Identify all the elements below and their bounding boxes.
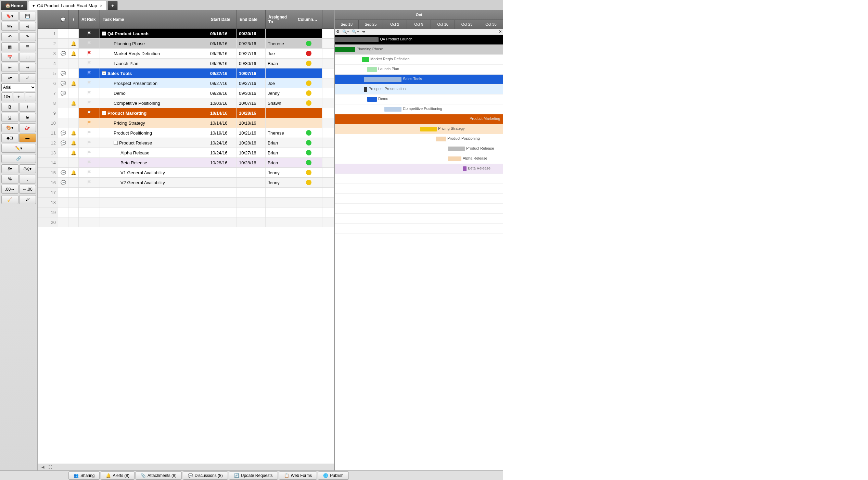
btab-discussions[interactable]: 💬Discussions (8) bbox=[183, 471, 228, 480]
goto-start-icon[interactable]: |◀ bbox=[40, 465, 44, 469]
comment-cell[interactable] bbox=[58, 188, 68, 197]
clear-format-button[interactable]: 🧹 bbox=[1, 195, 18, 204]
comment-cell[interactable]: 💬 bbox=[58, 178, 68, 187]
strike-button[interactable]: S bbox=[19, 113, 36, 122]
close-icon[interactable]: × bbox=[100, 3, 103, 8]
col-at-risk[interactable]: At Risk bbox=[79, 10, 100, 28]
task-name-cell[interactable]: Pricing Strategy bbox=[100, 118, 208, 128]
comment-cell[interactable] bbox=[58, 158, 68, 167]
format-painter-button[interactable]: 🖌 bbox=[19, 195, 36, 204]
gantt-week-header[interactable]: Oct 9 bbox=[407, 20, 431, 29]
task-name-cell[interactable] bbox=[100, 198, 208, 207]
table-row[interactable]: 9-Product Marketing10/14/1610/28/16 bbox=[38, 108, 334, 118]
start-date-cell[interactable] bbox=[208, 207, 237, 217]
comment-cell[interactable]: 💬 bbox=[58, 138, 68, 148]
decimal-dec-button[interactable]: ←.00 bbox=[19, 185, 36, 194]
risk-cell[interactable] bbox=[79, 68, 100, 78]
gantt-row[interactable]: Sales Tools bbox=[335, 75, 503, 85]
risk-cell[interactable] bbox=[79, 98, 100, 108]
btab-webforms[interactable]: 📋Web Forms bbox=[279, 471, 317, 480]
gantt-row[interactable] bbox=[335, 224, 503, 233]
gantt-bar[interactable] bbox=[367, 67, 377, 72]
gantt-bar[interactable] bbox=[448, 147, 465, 151]
table-row[interactable]: 2🔔Planning Phase09/16/1609/23/16Therese bbox=[38, 39, 334, 49]
alert-cell[interactable]: 🔔 bbox=[68, 138, 79, 148]
comment-cell[interactable] bbox=[58, 108, 68, 118]
table-row[interactable]: 14Beta Release10/28/1610/28/16Brian bbox=[38, 158, 334, 168]
expand-toggle[interactable]: - bbox=[102, 71, 106, 75]
start-date-cell[interactable]: 09/27/16 bbox=[208, 78, 237, 88]
btab-sharing[interactable]: 👥Sharing bbox=[68, 471, 100, 480]
gantt-row[interactable] bbox=[335, 194, 503, 204]
start-date-cell[interactable] bbox=[208, 178, 237, 187]
status-cell[interactable] bbox=[295, 118, 322, 128]
align-button[interactable]: ≡▾ bbox=[1, 73, 18, 82]
gantt-row[interactable]: Market Reqts Definition bbox=[335, 55, 503, 65]
tab-sheet[interactable]: ▾Q4 Product Launch Road Map× bbox=[28, 1, 107, 10]
end-date-cell[interactable] bbox=[237, 178, 266, 187]
gantt-row[interactable]: Demo bbox=[335, 94, 503, 104]
task-name-cell[interactable]: V2 General Availability bbox=[100, 178, 208, 187]
start-date-cell[interactable]: 10/19/16 bbox=[208, 128, 237, 138]
risk-cell[interactable] bbox=[79, 138, 100, 148]
end-date-cell[interactable]: 10/18/16 bbox=[237, 118, 266, 128]
start-date-cell[interactable]: 10/03/16 bbox=[208, 98, 237, 108]
comment-cell[interactable]: 💬 bbox=[58, 168, 68, 177]
end-date-cell[interactable] bbox=[237, 207, 266, 217]
table-row[interactable]: 13🔔Alpha Release10/24/1610/27/16Brian bbox=[38, 148, 334, 158]
col-rownum[interactable] bbox=[38, 10, 58, 28]
btab-publish[interactable]: 🌐Publish bbox=[318, 471, 348, 480]
start-date-cell[interactable] bbox=[208, 188, 237, 197]
gantt-row[interactable]: Pricing Strategy bbox=[335, 124, 503, 134]
gantt-close-icon[interactable]: ✕ bbox=[499, 29, 502, 34]
task-name-cell[interactable]: Beta Release bbox=[100, 158, 208, 167]
assigned-cell[interactable]: Brian bbox=[266, 138, 295, 148]
gantt-row[interactable] bbox=[335, 174, 503, 184]
thousands-button[interactable]: , bbox=[19, 175, 36, 184]
col-start-date[interactable]: Start Date bbox=[208, 10, 237, 28]
status-cell[interactable] bbox=[295, 49, 322, 58]
table-row[interactable]: 4Launch Plan09/28/1609/30/16Brian bbox=[38, 59, 334, 68]
fontsize-display[interactable]: 10▾ bbox=[1, 92, 12, 101]
fontsize-down[interactable]: − bbox=[25, 92, 36, 101]
table-row[interactable]: 20 bbox=[38, 217, 334, 227]
end-date-cell[interactable]: 09/27/16 bbox=[237, 78, 266, 88]
today-icon[interactable]: ⇥ bbox=[362, 29, 365, 34]
risk-cell[interactable] bbox=[79, 168, 100, 177]
task-name-cell[interactable]: Alpha Release bbox=[100, 148, 208, 157]
outdent-button[interactable]: ⇤ bbox=[1, 63, 18, 72]
start-date-cell[interactable] bbox=[208, 198, 237, 207]
start-date-cell[interactable]: 09/28/16 bbox=[208, 88, 237, 98]
gantt-row[interactable] bbox=[335, 204, 503, 214]
textcolor-button[interactable]: A▾ bbox=[19, 123, 36, 132]
gantt-row[interactable]: Product Positioning bbox=[335, 134, 503, 144]
alert-cell[interactable]: 🔔 bbox=[68, 168, 79, 177]
start-date-cell[interactable]: 10/28/16 bbox=[208, 158, 237, 167]
italic-button[interactable]: I bbox=[19, 103, 36, 112]
indent-button[interactable]: ⇥ bbox=[19, 63, 36, 72]
risk-cell[interactable] bbox=[79, 148, 100, 157]
assigned-cell[interactable] bbox=[266, 198, 295, 207]
gantt-bar[interactable] bbox=[364, 77, 401, 82]
comment-cell[interactable]: 💬 bbox=[58, 68, 68, 78]
alert-cell[interactable]: 🔔 bbox=[68, 49, 79, 58]
assigned-cell[interactable] bbox=[266, 217, 295, 227]
percent-button[interactable]: % bbox=[1, 175, 18, 184]
end-date-cell[interactable]: 10/27/16 bbox=[237, 148, 266, 157]
status-cell[interactable] bbox=[295, 217, 322, 227]
status-cell[interactable] bbox=[295, 198, 322, 207]
risk-cell[interactable] bbox=[79, 178, 100, 187]
status-cell[interactable] bbox=[295, 98, 322, 108]
highlight-button[interactable]: ▬ bbox=[19, 134, 36, 142]
gantt-row[interactable]: Alpha Release bbox=[335, 154, 503, 164]
start-date-cell[interactable]: 09/27/16 bbox=[208, 68, 237, 78]
gantt-week-header[interactable]: Sep 18 bbox=[335, 20, 359, 29]
assigned-cell[interactable]: Brian bbox=[266, 59, 295, 68]
gantt-bar[interactable] bbox=[384, 107, 401, 112]
comment-cell[interactable] bbox=[58, 118, 68, 128]
assigned-cell[interactable] bbox=[266, 68, 295, 78]
assigned-cell[interactable] bbox=[266, 29, 295, 38]
assigned-cell[interactable]: Therese bbox=[266, 128, 295, 138]
end-date-cell[interactable]: 09/30/16 bbox=[237, 29, 266, 38]
risk-cell[interactable] bbox=[79, 88, 100, 98]
